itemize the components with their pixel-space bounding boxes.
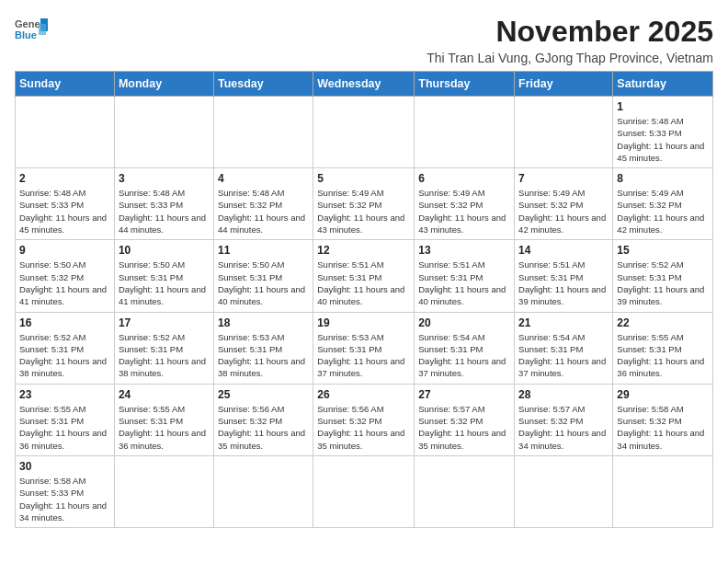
week-row-1: 1Sunrise: 5:48 AMSunset: 5:33 PMDaylight… [16,97,713,168]
calendar: SundayMondayTuesdayWednesdayThursdayFrid… [15,71,713,528]
calendar-cell: 10Sunrise: 5:50 AMSunset: 5:31 PMDayligh… [114,240,213,312]
cell-day-number: 23 [19,388,110,401]
header-tuesday: Tuesday [213,72,313,97]
cell-info: Sunrise: 5:56 AMSunset: 5:32 PMDaylight:… [218,403,309,452]
cell-day-number: 22 [617,316,709,329]
cell-info: Sunrise: 5:49 AMSunset: 5:32 PMDaylight:… [317,187,410,236]
calendar-cell: 15Sunrise: 5:52 AMSunset: 5:31 PMDayligh… [613,240,713,312]
cell-day-number: 20 [418,316,510,329]
calendar-cell: 24Sunrise: 5:55 AMSunset: 5:31 PMDayligh… [114,384,213,455]
cell-day-number: 30 [19,460,110,473]
cell-day-number: 2 [19,172,110,185]
calendar-cell [313,97,415,168]
cell-info: Sunrise: 5:49 AMSunset: 5:32 PMDaylight:… [418,187,510,236]
calendar-cell: 9Sunrise: 5:50 AMSunset: 5:32 PMDaylight… [16,240,115,312]
calendar-cell [613,455,713,527]
cell-day-number: 14 [518,244,609,257]
cell-info: Sunrise: 5:58 AMSunset: 5:32 PMDaylight:… [617,403,709,452]
header-thursday: Thursday [415,72,515,97]
cell-day-number: 15 [617,244,709,257]
cell-day-number: 7 [518,172,609,185]
calendar-cell: 13Sunrise: 5:51 AMSunset: 5:31 PMDayligh… [415,240,515,312]
calendar-cell: 20Sunrise: 5:54 AMSunset: 5:31 PMDayligh… [415,312,515,384]
calendar-cell: 12Sunrise: 5:51 AMSunset: 5:31 PMDayligh… [313,240,415,312]
cell-info: Sunrise: 5:57 AMSunset: 5:32 PMDaylight:… [418,403,510,452]
cell-info: Sunrise: 5:51 AMSunset: 5:31 PMDaylight:… [518,259,609,307]
calendar-cell: 27Sunrise: 5:57 AMSunset: 5:32 PMDayligh… [415,384,515,455]
svg-marker-3 [39,24,46,35]
cell-info: Sunrise: 5:49 AMSunset: 5:32 PMDaylight:… [617,187,709,236]
calendar-cell [213,97,313,168]
calendar-cell [114,97,213,168]
header-friday: Friday [515,72,613,97]
calendar-cell [313,455,415,527]
day-header-row: SundayMondayTuesdayWednesdayThursdayFrid… [16,72,713,97]
week-row-3: 9Sunrise: 5:50 AMSunset: 5:32 PMDaylight… [16,240,713,312]
cell-day-number: 11 [218,244,309,257]
subtitle: Thi Tran Lai Vung, GJong Thap Province, … [427,51,713,65]
cell-day-number: 16 [19,316,110,329]
cell-info: Sunrise: 5:54 AMSunset: 5:31 PMDaylight:… [518,331,609,380]
cell-info: Sunrise: 5:50 AMSunset: 5:31 PMDaylight:… [218,259,309,307]
calendar-cell: 23Sunrise: 5:55 AMSunset: 5:31 PMDayligh… [16,384,115,455]
cell-day-number: 18 [218,316,309,329]
cell-info: Sunrise: 5:51 AMSunset: 5:31 PMDaylight:… [418,259,510,307]
cell-info: Sunrise: 5:48 AMSunset: 5:32 PMDaylight:… [218,187,309,236]
logo: General Blue [15,15,48,44]
cell-info: Sunrise: 5:48 AMSunset: 5:33 PMDaylight:… [617,115,709,164]
calendar-cell: 22Sunrise: 5:55 AMSunset: 5:31 PMDayligh… [613,312,713,384]
cell-day-number: 17 [119,316,210,329]
calendar-cell: 1Sunrise: 5:48 AMSunset: 5:33 PMDaylight… [613,97,713,168]
week-row-5: 23Sunrise: 5:55 AMSunset: 5:31 PMDayligh… [16,384,713,455]
header-wednesday: Wednesday [313,72,415,97]
calendar-cell [515,455,613,527]
week-row-2: 2Sunrise: 5:48 AMSunset: 5:33 PMDaylight… [16,168,713,240]
calendar-cell [415,455,515,527]
header-sunday: Sunday [16,72,115,97]
cell-day-number: 9 [19,244,110,257]
cell-day-number: 4 [218,172,309,185]
cell-info: Sunrise: 5:58 AMSunset: 5:33 PMDaylight:… [19,475,110,523]
calendar-cell: 21Sunrise: 5:54 AMSunset: 5:31 PMDayligh… [515,312,613,384]
calendar-cell: 18Sunrise: 5:53 AMSunset: 5:31 PMDayligh… [213,312,313,384]
cell-day-number: 12 [317,244,410,257]
cell-day-number: 1 [617,100,709,113]
cell-info: Sunrise: 5:51 AMSunset: 5:31 PMDaylight:… [317,259,410,307]
cell-day-number: 26 [317,388,410,401]
svg-text:Blue: Blue [15,29,37,40]
header-monday: Monday [114,72,213,97]
cell-day-number: 24 [119,388,210,401]
calendar-cell: 7Sunrise: 5:49 AMSunset: 5:32 PMDaylight… [515,168,613,240]
cell-day-number: 13 [418,244,510,257]
cell-day-number: 5 [317,172,410,185]
cell-info: Sunrise: 5:50 AMSunset: 5:31 PMDaylight:… [119,259,210,307]
month-title: November 2025 [427,15,713,49]
cell-info: Sunrise: 5:52 AMSunset: 5:31 PMDaylight:… [617,259,709,307]
header-saturday: Saturday [613,72,713,97]
calendar-cell [415,97,515,168]
cell-day-number: 10 [119,244,210,257]
cell-info: Sunrise: 5:55 AMSunset: 5:31 PMDaylight:… [119,403,210,452]
calendar-cell: 29Sunrise: 5:58 AMSunset: 5:32 PMDayligh… [613,384,713,455]
calendar-cell: 8Sunrise: 5:49 AMSunset: 5:32 PMDaylight… [613,168,713,240]
calendar-cell: 11Sunrise: 5:50 AMSunset: 5:31 PMDayligh… [213,240,313,312]
calendar-cell: 2Sunrise: 5:48 AMSunset: 5:33 PMDaylight… [16,168,115,240]
cell-day-number: 28 [518,388,609,401]
calendar-cell [16,97,115,168]
calendar-cell [515,97,613,168]
calendar-cell: 14Sunrise: 5:51 AMSunset: 5:31 PMDayligh… [515,240,613,312]
week-row-6: 30Sunrise: 5:58 AMSunset: 5:33 PMDayligh… [16,455,713,527]
calendar-cell: 17Sunrise: 5:52 AMSunset: 5:31 PMDayligh… [114,312,213,384]
calendar-cell: 25Sunrise: 5:56 AMSunset: 5:32 PMDayligh… [213,384,313,455]
cell-day-number: 3 [119,172,210,185]
cell-day-number: 6 [418,172,510,185]
logo-icon: General Blue [15,15,48,44]
header: General Blue November 2025 Thi Tran Lai … [15,15,713,65]
calendar-cell: 6Sunrise: 5:49 AMSunset: 5:32 PMDaylight… [415,168,515,240]
cell-day-number: 29 [617,388,709,401]
cell-info: Sunrise: 5:55 AMSunset: 5:31 PMDaylight:… [617,331,709,380]
calendar-cell [114,455,213,527]
calendar-cell [213,455,313,527]
calendar-cell: 4Sunrise: 5:48 AMSunset: 5:32 PMDaylight… [213,168,313,240]
calendar-cell: 28Sunrise: 5:57 AMSunset: 5:32 PMDayligh… [515,384,613,455]
